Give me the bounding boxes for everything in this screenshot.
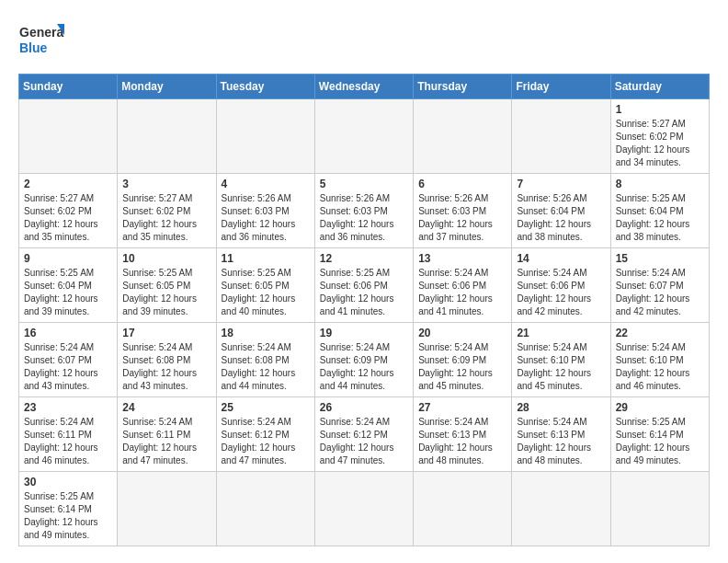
day-number: 29 — [616, 401, 704, 414]
logo-svg: General Blue — [18, 18, 64, 64]
calendar-cell — [216, 472, 314, 546]
day-info: Sunrise: 5:27 AM Sunset: 6:02 PM Dayligh… — [24, 192, 112, 244]
calendar-cell: 18Sunrise: 5:24 AM Sunset: 6:08 PM Dayli… — [216, 323, 314, 397]
day-number: 4 — [222, 178, 310, 190]
calendar-cell: 9Sunrise: 5:25 AM Sunset: 6:04 PM Daylig… — [19, 248, 118, 323]
day-number: 30 — [24, 476, 112, 488]
logo: General Blue — [18, 18, 64, 64]
weekday-header-wednesday: Wednesday — [314, 75, 413, 99]
day-number: 26 — [320, 401, 408, 414]
day-info: Sunrise: 5:26 AM Sunset: 6:03 PM Dayligh… — [222, 192, 310, 244]
calendar-cell: 23Sunrise: 5:24 AM Sunset: 6:11 PM Dayli… — [19, 397, 118, 472]
calendar-table: SundayMondayTuesdayWednesdayThursdayFrid… — [18, 74, 710, 546]
calendar-week-3: 16Sunrise: 5:24 AM Sunset: 6:07 PM Dayli… — [19, 323, 710, 397]
weekday-header-thursday: Thursday — [414, 75, 512, 99]
day-number: 13 — [418, 252, 506, 265]
day-number: 20 — [418, 327, 506, 339]
day-number: 16 — [24, 327, 112, 339]
day-number: 1 — [616, 103, 704, 116]
calendar-week-1: 2Sunrise: 5:27 AM Sunset: 6:02 PM Daylig… — [19, 174, 710, 248]
day-number: 10 — [122, 252, 210, 265]
day-info: Sunrise: 5:26 AM Sunset: 6:03 PM Dayligh… — [418, 192, 506, 244]
calendar-cell: 13Sunrise: 5:24 AM Sunset: 6:06 PM Dayli… — [414, 248, 512, 323]
day-info: Sunrise: 5:27 AM Sunset: 6:02 PM Dayligh… — [616, 118, 704, 169]
day-info: Sunrise: 5:26 AM Sunset: 6:04 PM Dayligh… — [517, 192, 605, 244]
calendar-cell: 15Sunrise: 5:24 AM Sunset: 6:07 PM Dayli… — [610, 248, 709, 323]
calendar-cell — [610, 472, 709, 546]
calendar-cell: 4Sunrise: 5:26 AM Sunset: 6:03 PM Daylig… — [216, 174, 314, 248]
calendar-cell: 24Sunrise: 5:24 AM Sunset: 6:11 PM Dayli… — [118, 397, 216, 472]
day-info: Sunrise: 5:24 AM Sunset: 6:09 PM Dayligh… — [418, 341, 506, 393]
calendar-week-2: 9Sunrise: 5:25 AM Sunset: 6:04 PM Daylig… — [19, 248, 710, 323]
day-info: Sunrise: 5:24 AM Sunset: 6:07 PM Dayligh… — [24, 341, 112, 393]
day-info: Sunrise: 5:26 AM Sunset: 6:03 PM Dayligh… — [320, 192, 408, 244]
day-number: 28 — [517, 401, 605, 414]
calendar-cell: 20Sunrise: 5:24 AM Sunset: 6:09 PM Dayli… — [414, 323, 512, 397]
weekday-header-sunday: Sunday — [19, 75, 118, 99]
day-number: 17 — [122, 327, 210, 339]
svg-text:General: General — [19, 25, 64, 40]
calendar-cell: 17Sunrise: 5:24 AM Sunset: 6:08 PM Dayli… — [118, 323, 216, 397]
calendar-cell: 2Sunrise: 5:27 AM Sunset: 6:02 PM Daylig… — [19, 174, 118, 248]
calendar-cell: 19Sunrise: 5:24 AM Sunset: 6:09 PM Dayli… — [314, 323, 413, 397]
day-info: Sunrise: 5:24 AM Sunset: 6:13 PM Dayligh… — [418, 416, 506, 467]
day-number: 27 — [418, 401, 506, 414]
day-info: Sunrise: 5:24 AM Sunset: 6:12 PM Dayligh… — [320, 416, 408, 467]
calendar-cell: 1Sunrise: 5:27 AM Sunset: 6:02 PM Daylig… — [610, 99, 709, 174]
calendar-header: SundayMondayTuesdayWednesdayThursdayFrid… — [19, 75, 710, 99]
calendar-cell: 21Sunrise: 5:24 AM Sunset: 6:10 PM Dayli… — [512, 323, 610, 397]
day-info: Sunrise: 5:24 AM Sunset: 6:08 PM Dayligh… — [122, 341, 210, 393]
day-info: Sunrise: 5:24 AM Sunset: 6:10 PM Dayligh… — [517, 341, 605, 393]
calendar-cell: 3Sunrise: 5:27 AM Sunset: 6:02 PM Daylig… — [118, 174, 216, 248]
calendar-body: 1Sunrise: 5:27 AM Sunset: 6:02 PM Daylig… — [19, 99, 710, 546]
day-number: 3 — [122, 178, 210, 190]
day-info: Sunrise: 5:25 AM Sunset: 6:14 PM Dayligh… — [24, 490, 112, 542]
calendar-week-0: 1Sunrise: 5:27 AM Sunset: 6:02 PM Daylig… — [19, 99, 710, 174]
day-number: 18 — [222, 327, 310, 339]
weekday-header-saturday: Saturday — [610, 75, 709, 99]
svg-text:Blue: Blue — [19, 40, 48, 55]
day-info: Sunrise: 5:25 AM Sunset: 6:06 PM Dayligh… — [320, 267, 408, 318]
calendar-cell — [118, 99, 216, 174]
day-info: Sunrise: 5:24 AM Sunset: 6:06 PM Dayligh… — [517, 267, 605, 318]
day-number: 8 — [616, 178, 704, 190]
day-info: Sunrise: 5:24 AM Sunset: 6:11 PM Dayligh… — [24, 416, 112, 467]
weekday-header-friday: Friday — [512, 75, 610, 99]
day-info: Sunrise: 5:24 AM Sunset: 6:09 PM Dayligh… — [320, 341, 408, 393]
day-info: Sunrise: 5:25 AM Sunset: 6:05 PM Dayligh… — [222, 267, 310, 318]
day-number: 12 — [320, 252, 408, 265]
page-header: General Blue — [18, 18, 710, 64]
day-number: 25 — [222, 401, 310, 414]
calendar-cell: 28Sunrise: 5:24 AM Sunset: 6:13 PM Dayli… — [512, 397, 610, 472]
calendar-cell — [19, 99, 118, 174]
day-info: Sunrise: 5:24 AM Sunset: 6:11 PM Dayligh… — [122, 416, 210, 467]
day-number: 7 — [517, 178, 605, 190]
calendar-cell: 16Sunrise: 5:24 AM Sunset: 6:07 PM Dayli… — [19, 323, 118, 397]
day-info: Sunrise: 5:25 AM Sunset: 6:04 PM Dayligh… — [616, 192, 704, 244]
day-number: 21 — [517, 327, 605, 339]
weekday-header-tuesday: Tuesday — [216, 75, 314, 99]
day-info: Sunrise: 5:24 AM Sunset: 6:10 PM Dayligh… — [616, 341, 704, 393]
calendar-cell — [512, 472, 610, 546]
day-info: Sunrise: 5:24 AM Sunset: 6:13 PM Dayligh… — [517, 416, 605, 467]
calendar-cell: 11Sunrise: 5:25 AM Sunset: 6:05 PM Dayli… — [216, 248, 314, 323]
calendar-cell — [414, 472, 512, 546]
day-info: Sunrise: 5:24 AM Sunset: 6:12 PM Dayligh… — [222, 416, 310, 467]
day-number: 11 — [222, 252, 310, 265]
calendar-cell: 12Sunrise: 5:25 AM Sunset: 6:06 PM Dayli… — [314, 248, 413, 323]
calendar-cell: 30Sunrise: 5:25 AM Sunset: 6:14 PM Dayli… — [19, 472, 118, 546]
calendar-week-4: 23Sunrise: 5:24 AM Sunset: 6:11 PM Dayli… — [19, 397, 710, 472]
weekday-header-row: SundayMondayTuesdayWednesdayThursdayFrid… — [19, 75, 710, 99]
day-info: Sunrise: 5:27 AM Sunset: 6:02 PM Dayligh… — [122, 192, 210, 244]
calendar-cell: 22Sunrise: 5:24 AM Sunset: 6:10 PM Dayli… — [610, 323, 709, 397]
calendar-cell: 10Sunrise: 5:25 AM Sunset: 6:05 PM Dayli… — [118, 248, 216, 323]
day-info: Sunrise: 5:24 AM Sunset: 6:06 PM Dayligh… — [418, 267, 506, 318]
calendar-cell — [414, 99, 512, 174]
calendar-cell: 27Sunrise: 5:24 AM Sunset: 6:13 PM Dayli… — [414, 397, 512, 472]
calendar-cell: 7Sunrise: 5:26 AM Sunset: 6:04 PM Daylig… — [512, 174, 610, 248]
calendar-week-5: 30Sunrise: 5:25 AM Sunset: 6:14 PM Dayli… — [19, 472, 710, 546]
calendar-cell: 8Sunrise: 5:25 AM Sunset: 6:04 PM Daylig… — [610, 174, 709, 248]
day-number: 5 — [320, 178, 408, 190]
day-number: 14 — [517, 252, 605, 265]
day-number: 24 — [122, 401, 210, 414]
